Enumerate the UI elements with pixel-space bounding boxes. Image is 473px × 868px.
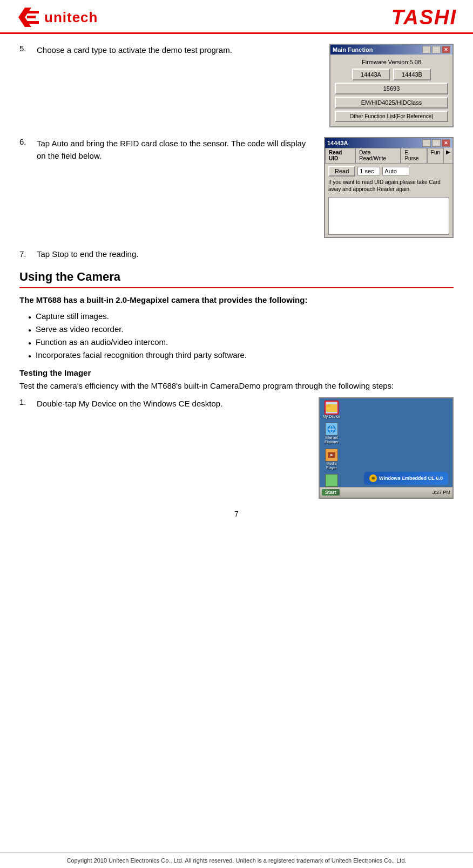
desktop-icons-column: My Device Internet Explorer [322, 401, 341, 499]
desktop-icon-3[interactable]: Media Player [322, 449, 341, 470]
firmware-version: Firmware Version:5.08 [335, 59, 448, 65]
testing-imager-body: Test the camera's efficiency with the MT… [19, 379, 454, 392]
ie-label: Internet Explorer [322, 436, 341, 444]
folder-icon [326, 403, 337, 412]
svg-rect-3 [27, 21, 39, 24]
svg-rect-2 [27, 16, 36, 18]
list-item: Function as an audio/video intercom. [28, 336, 454, 349]
read-button[interactable]: Read [328, 166, 355, 177]
using-camera-heading: Using the Camera [19, 270, 454, 284]
camera-step-1: 1. Double-tap My Device on the Windows C… [19, 397, 454, 499]
step-6-text-block: 6. Tap Auto and bring the RFID card clos… [19, 137, 311, 162]
win-logo: ⊞ [369, 474, 377, 482]
btn-14443b[interactable]: 14443B [393, 69, 431, 80]
page-footer: Copyright 2010 Unitech Electronics Co., … [0, 852, 473, 868]
step-6-num: 6. [19, 137, 32, 162]
step-5: 5. Choose a card type to activate the de… [19, 44, 454, 127]
list-item: Serve as video recorder. [28, 323, 454, 336]
tab-more-arrow[interactable]: ▶ [444, 148, 452, 163]
ie-icon [327, 425, 336, 433]
win-minimize-btn[interactable]: _ [422, 46, 431, 53]
desktop-icon-2[interactable]: Internet Explorer [322, 423, 341, 444]
sec-select[interactable]: 1 sec [357, 167, 380, 175]
start-button[interactable]: Start [322, 489, 340, 496]
step-6: 6. Tap Auto and bring the RFID card clos… [19, 137, 454, 238]
main-function-content: Firmware Version:5.08 14443A 14443B 1569… [330, 55, 452, 126]
svg-rect-1 [27, 11, 39, 13]
read-uid-maximize-btn[interactable]: □ [432, 139, 441, 147]
copyright-text: Copyright 2010 Unitech Electronics Co., … [66, 857, 406, 864]
auto-select[interactable]: Auto [382, 167, 409, 175]
windows-ce-badge: ⊞ Windows Embedded CE 6.0 [364, 472, 448, 485]
page-number: 7 [19, 510, 454, 518]
btn-em-hid[interactable]: EM/HID4025/HIDClass [335, 97, 448, 109]
step-5-num: 5. [19, 44, 32, 56]
read-uid-close-btn[interactable]: ✕ [442, 139, 450, 147]
main-content: 5. Choose a card type to activate the de… [0, 34, 473, 557]
camera-features-list: Capture still images. Serve as video rec… [28, 310, 454, 362]
step-6-body: Tap Auto and bring the RFID card close t… [37, 137, 311, 162]
camera-intro: The MT688 has a built-in 2.0-Megapixel c… [19, 294, 454, 306]
main-function-title: Main Function [333, 46, 373, 53]
step-5-image: Main Function _ □ ✕ Firmware Version:5.0… [329, 44, 454, 127]
desktop-icon-4-img [325, 474, 338, 487]
tashi-logo: TASHI [391, 6, 457, 29]
read-controls-row: Read 1 sec Auto [325, 164, 452, 178]
testing-imager-heading: Testing the Imager [19, 368, 454, 377]
read-uid-output [328, 197, 449, 235]
tab-read-uid[interactable]: Read UID [325, 148, 355, 163]
desktop-icon-3-img [325, 449, 338, 462]
page-header: unitech TASHI [0, 0, 473, 34]
win-ce-text: Windows Embedded CE 6.0 [379, 476, 443, 481]
unitech-logo: unitech [16, 5, 98, 29]
camera-step-1-body: Double-tap My Device on the Windows CE d… [37, 397, 222, 410]
unitech-logo-icon [16, 5, 40, 29]
media-icon [327, 451, 336, 459]
btn-14443a[interactable]: 14443A [352, 69, 390, 80]
step-5-text-block: 5. Choose a card type to activate the de… [19, 44, 316, 56]
unitech-text: unitech [44, 9, 98, 26]
desktop-icon-2-img [325, 423, 338, 436]
my-device-icon-img [325, 401, 339, 415]
tab-fun[interactable]: Fun [427, 148, 444, 163]
read-uid-tabs: Read UID Data Read/Write E-Purse Fun ▶ [325, 148, 452, 164]
desktop-taskbar: Start 3:27 PM [320, 487, 452, 498]
camera-section-divider [19, 287, 454, 288]
media-label: Media Player [322, 462, 341, 470]
main-function-titlebar: Main Function _ □ ✕ [330, 45, 452, 55]
step-7-body: Tap Stop to end the reading. [37, 248, 138, 260]
camera-step-1-image: My Device Internet Explorer [319, 397, 454, 499]
camera-step-1-text-block: 1. Double-tap My Device on the Windows C… [19, 397, 306, 410]
tab-data-read-write[interactable]: Data Read/Write [355, 148, 401, 163]
list-item: Capture still images. [28, 310, 454, 323]
read-uid-notice: If you want to read UID again,please tak… [325, 178, 452, 195]
read-uid-title: 14443A [327, 140, 348, 146]
read-uid-dialog: 14443A _ □ ✕ Read UID Data Read/Write E-… [324, 137, 454, 238]
camera-step-1-num: 1. [19, 397, 32, 410]
step-5-body: Choose a card type to activate the demo … [37, 44, 232, 56]
read-uid-win-controls: _ □ ✕ [422, 139, 450, 147]
card-buttons-row: 14443A 14443B [335, 69, 448, 80]
my-device-label: My Device [323, 415, 341, 419]
desktop-clock: 3:27 PM [432, 490, 450, 495]
main-function-dialog: Main Function _ □ ✕ Firmware Version:5.0… [329, 44, 454, 127]
step-7-num: 7. [19, 248, 32, 260]
my-device-icon[interactable]: My Device [322, 401, 341, 419]
step-7: 7. Tap Stop to end the reading. [19, 248, 454, 260]
svg-rect-5 [326, 404, 330, 406]
list-item: Incorporates facial recognition through … [28, 349, 454, 362]
step-6-image: 14443A _ □ ✕ Read UID Data Read/Write E-… [324, 137, 454, 238]
btn-15693[interactable]: 15693 [335, 83, 448, 94]
win-close-btn[interactable]: ✕ [442, 46, 450, 53]
btn-other-function[interactable]: Other Function List(For Reference) [335, 111, 448, 122]
read-uid-minimize-btn[interactable]: _ [422, 139, 431, 147]
win-controls: _ □ ✕ [422, 46, 450, 53]
read-uid-titlebar: 14443A _ □ ✕ [325, 138, 452, 148]
tab-e-purse[interactable]: E-Purse [401, 148, 427, 163]
windows-ce-desktop: My Device Internet Explorer [319, 397, 454, 499]
win-maximize-btn[interactable]: □ [432, 46, 441, 53]
